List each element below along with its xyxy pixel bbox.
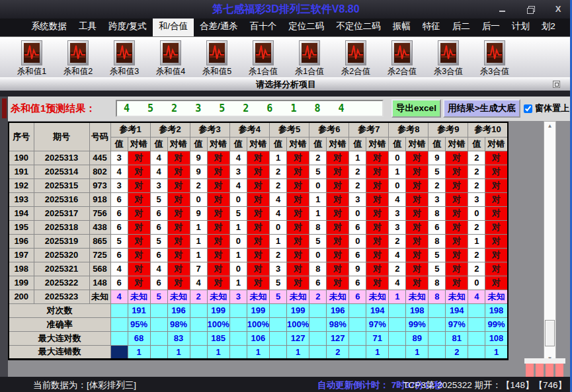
summary-value-cell[interactable]: 194 — [366, 303, 389, 317]
result-cell[interactable]: 对 — [366, 220, 389, 234]
result-cell[interactable]: 对 — [167, 165, 190, 178]
value-cell[interactable]: 0 — [309, 178, 327, 192]
period-cell[interactable]: 2025314 — [34, 165, 89, 178]
value-cell[interactable]: 2 — [190, 290, 207, 303]
summary-value-cell[interactable]: 127 — [287, 331, 309, 345]
value-cell[interactable]: 4 — [389, 248, 406, 262]
summary-spacer-cell[interactable] — [429, 303, 446, 317]
value-cell[interactable]: 3 — [150, 178, 167, 192]
value-cell[interactable]: 4 — [190, 276, 207, 290]
number-cell[interactable]: 865 — [89, 234, 110, 248]
summary-spacer-cell[interactable] — [468, 303, 485, 317]
value-cell[interactable]: 5 — [150, 192, 167, 206]
summary-spacer-cell[interactable] — [429, 317, 446, 331]
value-cell[interactable]: 2 — [270, 178, 287, 192]
result-cell[interactable]: 对 — [207, 151, 229, 165]
value-cell[interactable]: 3 — [270, 262, 287, 276]
value-cell[interactable]: 2 — [309, 290, 327, 303]
result-cell[interactable]: 对 — [247, 178, 269, 192]
toolbar-button-3[interactable]: 杀和值3 — [103, 40, 145, 77]
value-cell[interactable]: 6 — [110, 192, 128, 206]
summary-spacer-cell[interactable] — [229, 345, 247, 359]
summary-value-cell[interactable]: 196 — [167, 303, 190, 317]
result-cell[interactable]: 对 — [366, 206, 389, 220]
result-cell[interactable]: 未知 — [247, 290, 269, 303]
scrollbar-thumb[interactable] — [545, 320, 555, 346]
toolbar-button-1[interactable]: 杀和值1 — [11, 40, 53, 77]
summary-spacer-cell[interactable] — [429, 345, 446, 359]
seq-cell[interactable]: 200 — [9, 290, 34, 303]
summary-value-cell[interactable]: 97% — [446, 317, 468, 331]
value-cell[interactable]: 0 — [229, 234, 247, 248]
summary-value-cell[interactable]: 199 — [287, 303, 309, 317]
seq-cell[interactable]: 190 — [9, 151, 34, 165]
value-cell[interactable]: 2 — [309, 151, 327, 165]
value-cell[interactable]: 6 — [349, 220, 366, 234]
value-cell[interactable]: 4 — [110, 262, 128, 276]
result-cell[interactable]: 未知 — [406, 290, 429, 303]
window-on-top-checkbox[interactable] — [524, 104, 532, 113]
value-cell[interactable]: 6 — [110, 220, 128, 234]
value-cell[interactable]: 3 — [110, 151, 128, 165]
value-cell[interactable]: 6 — [110, 276, 128, 290]
summary-value-cell[interactable]: 1 — [207, 345, 229, 359]
menu-item-12[interactable]: 后一 — [476, 19, 506, 36]
value-cell[interactable]: 6 — [150, 276, 167, 290]
seq-cell[interactable]: 196 — [9, 234, 34, 248]
summary-spacer-cell[interactable] — [270, 345, 287, 359]
result-cell[interactable]: 对 — [128, 220, 150, 234]
summary-spacer-cell[interactable] — [110, 317, 128, 331]
summary-spacer-cell[interactable] — [270, 331, 287, 345]
value-cell[interactable]: 2 — [468, 151, 485, 165]
value-cell[interactable]: 4 — [229, 151, 247, 165]
result-cell[interactable]: 对 — [128, 248, 150, 262]
value-cell[interactable]: 3 — [389, 206, 406, 220]
result-cell[interactable]: 对 — [485, 165, 508, 178]
result-cell[interactable]: 对 — [207, 220, 229, 234]
export-excel-button[interactable]: 导出excel — [391, 99, 441, 118]
result-cell[interactable]: 对 — [167, 234, 190, 248]
summary-value-cell[interactable]: 100% — [247, 317, 269, 331]
result-cell[interactable]: 对 — [247, 151, 269, 165]
result-cell[interactable]: 对 — [406, 178, 429, 192]
seq-cell[interactable]: 192 — [9, 178, 34, 192]
summary-spacer-cell[interactable] — [190, 345, 207, 359]
value-cell[interactable]: 8 — [429, 290, 446, 303]
summary-value-cell[interactable]: 83 — [167, 331, 190, 345]
value-cell[interactable]: 0 — [468, 206, 485, 220]
value-cell[interactable]: 6 — [349, 290, 366, 303]
result-cell[interactable]: 未知 — [287, 290, 309, 303]
menu-item-4[interactable]: 和/合值 — [153, 19, 194, 36]
summary-value-cell[interactable]: 71 — [366, 331, 389, 345]
summary-value-cell[interactable]: 198 — [485, 303, 508, 317]
summary-value-cell[interactable]: 1 — [247, 345, 269, 359]
summary-spacer-cell[interactable] — [229, 317, 247, 331]
summary-spacer-cell[interactable] — [349, 303, 366, 317]
result-cell[interactable]: 对 — [247, 248, 269, 262]
result-cell[interactable]: 对 — [327, 192, 349, 206]
menu-item-9[interactable]: 振幅 — [387, 19, 417, 36]
summary-spacer-cell[interactable] — [389, 317, 406, 331]
value-cell[interactable]: 4 — [150, 165, 167, 178]
period-cell[interactable]: 2025320 — [34, 248, 89, 262]
result-cell[interactable]: 对 — [366, 192, 389, 206]
menu-item-5[interactable]: 合差/通杀 — [194, 19, 244, 36]
summary-value-cell[interactable]: 99% — [406, 317, 429, 331]
menu-item-1[interactable]: 系统数据 — [25, 19, 73, 36]
value-cell[interactable]: 0 — [309, 248, 327, 262]
result-cell[interactable]: 对 — [287, 248, 309, 262]
value-cell[interactable]: 5 — [150, 290, 167, 303]
value-cell[interactable]: 6 — [349, 276, 366, 290]
result-cell[interactable]: 对 — [247, 276, 269, 290]
summary-value-cell[interactable]: 106 — [247, 331, 269, 345]
summary-spacer-cell[interactable] — [110, 345, 128, 359]
value-cell[interactable]: 6 — [110, 248, 128, 262]
number-cell[interactable]: 445 — [89, 151, 110, 165]
value-cell[interactable]: 2 — [349, 165, 366, 178]
result-cell[interactable]: 对 — [247, 220, 269, 234]
value-cell[interactable]: 1 — [389, 290, 406, 303]
period-cell[interactable]: 2025323 — [34, 290, 89, 303]
value-cell[interactable]: 3 — [468, 192, 485, 206]
value-cell[interactable]: 1 — [468, 234, 485, 248]
value-cell[interactable]: 0 — [349, 206, 366, 220]
